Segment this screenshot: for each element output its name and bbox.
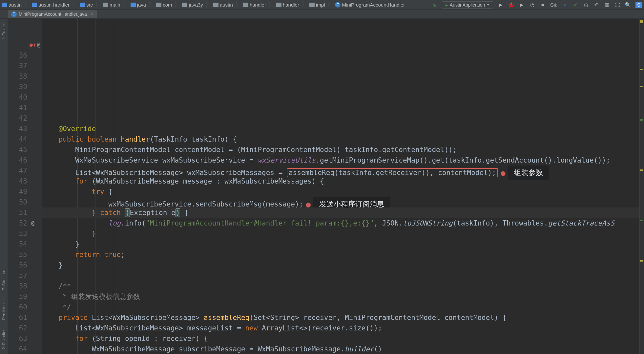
code-line[interactable]: try { bbox=[42, 187, 639, 197]
editor[interactable]: ●↑ @ @ 363738394041424344454647484950515… bbox=[8, 19, 644, 354]
override-at-icon[interactable]: @ bbox=[36, 42, 42, 48]
line-number[interactable]: 57 bbox=[8, 270, 27, 281]
crumb-main[interactable]: main〉 bbox=[103, 2, 129, 8]
crumb-austin-handler[interactable]: austin-handler〉 bbox=[32, 2, 78, 8]
profile-button[interactable]: ◔ bbox=[529, 2, 535, 8]
crumb-java3y[interactable]: java3y〉 bbox=[182, 2, 212, 8]
crumb-austin[interactable]: austin〉 bbox=[2, 2, 31, 8]
tab-mini-program-handler[interactable]: C MiniProgramAccountHandler.java × bbox=[8, 10, 97, 18]
line-number[interactable]: 56 bbox=[8, 260, 27, 270]
line-number[interactable]: 45 bbox=[8, 145, 27, 155]
crumb-com[interactable]: com〉 bbox=[156, 2, 181, 8]
line-number[interactable]: 42 bbox=[8, 113, 27, 124]
code-line[interactable]: } bbox=[42, 239, 639, 249]
code-line[interactable]: for (String openId : receiver) { bbox=[42, 333, 639, 344]
folder-icon bbox=[156, 3, 161, 7]
tool-tab-favorites[interactable]: 2: Favorites bbox=[2, 329, 6, 349]
line-number[interactable]: 49 bbox=[8, 187, 27, 197]
line-number[interactable]: 51 bbox=[8, 207, 27, 218]
code-line[interactable] bbox=[42, 270, 639, 281]
crumb-src[interactable]: src〉 bbox=[80, 2, 102, 8]
line-number[interactable]: 44 bbox=[8, 134, 27, 145]
folder-icon bbox=[131, 3, 136, 7]
code-line[interactable]: public boolean handler(TaskInfo taskInfo… bbox=[42, 134, 639, 145]
code-line[interactable]: List<WxMaSubscribeMessage> wxMaSubscribe… bbox=[42, 166, 639, 176]
code-line[interactable]: } bbox=[42, 228, 639, 239]
run-button[interactable]: ▶ bbox=[498, 2, 504, 8]
gutter[interactable]: ●↑ @ @ 363738394041424344454647484950515… bbox=[8, 19, 42, 354]
run-config-select[interactable]: ▸ AustinApplication bbox=[442, 1, 493, 9]
line-number[interactable]: 60 bbox=[8, 302, 27, 312]
override-up-icon[interactable]: ●↑ bbox=[30, 42, 36, 48]
code-line[interactable]: */ bbox=[42, 302, 639, 312]
code-line[interactable] bbox=[42, 113, 639, 124]
code-line[interactable]: WxMaSubscribeService wxMaSubscribeServic… bbox=[42, 155, 639, 166]
code-line[interactable]: /** bbox=[42, 281, 639, 291]
code-line[interactable]: WxMaSubscribeMessage subscribeMessage = … bbox=[42, 344, 639, 354]
line-number[interactable]: 50 bbox=[8, 197, 27, 207]
line-number[interactable]: 47 bbox=[8, 166, 27, 176]
line-number[interactable]: 61 bbox=[8, 312, 27, 323]
line-number[interactable]: 40 bbox=[8, 92, 27, 103]
line-number[interactable]: 37 bbox=[8, 61, 27, 71]
code-line[interactable]: * 组装发送模板信息参数 bbox=[42, 291, 639, 302]
revert-icon[interactable]: ↶ bbox=[593, 2, 599, 8]
git-commit-icon[interactable]: ✓ bbox=[572, 2, 578, 8]
line-number[interactable]: 59 bbox=[8, 291, 27, 302]
line-number[interactable]: 41 bbox=[8, 103, 27, 113]
more-icon[interactable]: ▦ bbox=[604, 2, 610, 8]
line-number[interactable]: 46 bbox=[8, 155, 27, 166]
line-number[interactable]: 55 bbox=[8, 249, 27, 260]
line-number[interactable]: 63 bbox=[8, 333, 27, 344]
line-number[interactable]: 62 bbox=[8, 323, 27, 333]
code-line[interactable]: } bbox=[42, 260, 639, 270]
debug-button[interactable]: 🐞 bbox=[508, 2, 514, 8]
crumb-austin-pkg[interactable]: austin〉 bbox=[213, 2, 242, 8]
line-number[interactable]: 52 bbox=[8, 218, 27, 228]
code-line[interactable]: private List<WxMaSubscribeMessage> assem… bbox=[42, 312, 639, 323]
line-number[interactable]: 36 bbox=[8, 50, 27, 61]
code-line[interactable]: return true; bbox=[42, 249, 639, 260]
code-line[interactable]: wxMaSubscribeService.sendSubscribeMsg(me… bbox=[42, 197, 639, 207]
code-line[interactable]: log.info("MiniProgramAccountHandler#hand… bbox=[42, 218, 639, 228]
marker-strip[interactable] bbox=[639, 19, 644, 354]
git-history-icon[interactable]: ◷ bbox=[583, 2, 589, 8]
folder-icon bbox=[182, 3, 187, 7]
crumb-java[interactable]: java〉 bbox=[131, 2, 155, 8]
line-number[interactable]: 58 bbox=[8, 281, 27, 291]
tool-tab-structure[interactable]: 7: Structure bbox=[2, 270, 6, 290]
coverage-button[interactable]: ▶ bbox=[519, 2, 525, 8]
module-icon bbox=[32, 3, 37, 7]
play-icon: ▸ bbox=[446, 2, 448, 8]
crumb-impl[interactable]: impl〉 bbox=[309, 2, 334, 8]
usage-at-icon[interactable]: @ bbox=[30, 220, 36, 226]
settings-icon[interactable]: S bbox=[635, 2, 642, 8]
breadcrumb: austin〉 austin-handler〉 src〉 main〉 java〉… bbox=[2, 2, 405, 8]
crumb-handler-pkg2[interactable]: handler〉 bbox=[276, 2, 308, 8]
tool-tab-persistence[interactable]: Persistence bbox=[2, 299, 6, 320]
close-icon[interactable]: × bbox=[91, 11, 93, 17]
build-icon[interactable]: ↘ bbox=[431, 2, 437, 8]
git-update-icon[interactable]: ✓ bbox=[562, 2, 568, 8]
tool-tab-project[interactable]: 1: Project bbox=[2, 23, 6, 40]
expand-icon[interactable]: ⛶ bbox=[614, 2, 620, 8]
line-number[interactable]: 53 bbox=[8, 228, 27, 239]
line-number[interactable]: 64 bbox=[8, 344, 27, 354]
line-number[interactable]: 39 bbox=[8, 82, 27, 92]
code-line[interactable]: MiniProgramContentModel contentModel = (… bbox=[42, 145, 639, 155]
crumb-handler-pkg[interactable]: handler〉 bbox=[243, 2, 275, 8]
line-number[interactable]: 38 bbox=[8, 71, 27, 82]
code-area[interactable]: @Override public boolean handler(TaskInf… bbox=[42, 19, 639, 354]
code-line[interactable]: List<WxMaSubscribeMessage> messageList =… bbox=[42, 323, 639, 333]
crumb-class[interactable]: CMiniProgramAccountHandler bbox=[335, 2, 405, 8]
stop-button[interactable]: ■ bbox=[540, 2, 546, 8]
line-number[interactable]: 54 bbox=[8, 239, 27, 249]
line-number[interactable]: 43 bbox=[8, 124, 27, 134]
search-icon[interactable]: 🔍 bbox=[625, 2, 631, 8]
navigation-bar: austin〉 austin-handler〉 src〉 main〉 java〉… bbox=[0, 0, 644, 10]
class-icon: C bbox=[335, 2, 341, 8]
code-line[interactable]: } catch (Exception e) { bbox=[42, 207, 639, 218]
code-line[interactable]: for (WxMaSubscribeMessage message : wxMa… bbox=[42, 176, 639, 187]
code-line[interactable]: @Override bbox=[42, 124, 639, 134]
line-number[interactable]: 48 bbox=[8, 176, 27, 187]
